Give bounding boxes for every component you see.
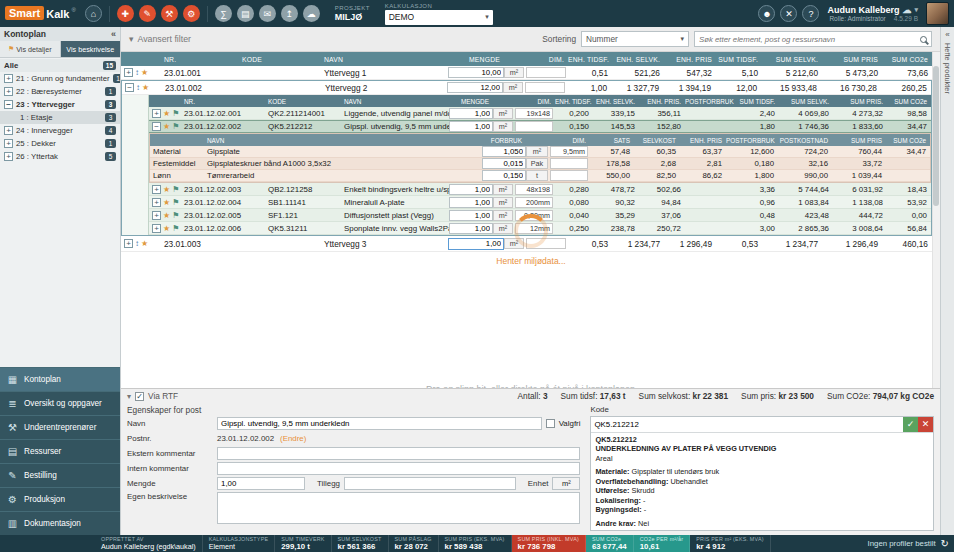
tree-item-alle[interactable]: Alle 15	[0, 59, 120, 72]
kode-description[interactable]: QK5.212212 UNDERKLEDNING AV PLATER PÅ VE…	[591, 433, 933, 530]
dim-box[interactable]	[526, 67, 566, 78]
post-row[interactable]: +★⚑ 23.01.12.02.004 SB1.11141 Mineralull…	[149, 196, 931, 209]
cloud-icon[interactable]: ☁	[303, 5, 320, 22]
mengde-input[interactable]	[449, 184, 493, 195]
edit-icon[interactable]: ✎	[139, 5, 156, 22]
resource-row[interactable]: Material Gipsplate m² 9,5mm 57,48 60,35 …	[150, 146, 930, 158]
mengde-input[interactable]	[449, 121, 493, 132]
resource-row[interactable]: Festemiddel Gipsplateskruer bånd A1000 3…	[150, 158, 930, 170]
sidebar-item-produksjon[interactable]: ⚙Produksjon	[0, 487, 120, 511]
resource-row[interactable]: Lønn Tømrerarbeid t 550,00 82,50 86,62 1…	[150, 170, 930, 182]
dim-box[interactable]: 0,20mm	[515, 210, 553, 221]
dim-box[interactable]: 12mm	[515, 223, 553, 234]
flag-icon[interactable]: ⚑	[172, 109, 179, 118]
vertical-scrollbar[interactable]	[932, 52, 940, 388]
post-row[interactable]: +★⚑ 23.01.12.02.006 QK5.31211 Sponplate …	[149, 222, 931, 235]
tree-item-etasje[interactable]: 1 : Etasje3	[0, 111, 120, 124]
avatar[interactable]	[926, 2, 949, 25]
move-icon[interactable]: ↕	[136, 83, 140, 92]
star-icon[interactable]: ★	[163, 211, 170, 220]
user-block[interactable]: Audun Kalleberg ☁ ▾ Rolle: Administrator…	[827, 5, 918, 23]
via-rtf-checkbox[interactable]: ✓	[135, 392, 144, 401]
forbruk-input[interactable]	[482, 146, 526, 157]
expand-icon[interactable]: +	[124, 239, 133, 248]
ekstern-kommentar-input[interactable]	[217, 447, 580, 460]
dim-box[interactable]: 19x148	[515, 108, 553, 119]
collapse-icon[interactable]: −	[152, 122, 161, 131]
tree-item-24[interactable]: +24 : Innervegger4	[0, 124, 120, 137]
mail-icon[interactable]: ✉	[259, 5, 276, 22]
kode-input[interactable]	[591, 417, 903, 432]
tree-item-26[interactable]: +26 : Yttertak5	[0, 150, 120, 163]
printer-icon[interactable]: ▤	[237, 5, 254, 22]
refresh-icon[interactable]: ↻	[941, 538, 949, 549]
expand-icon[interactable]: +	[4, 74, 13, 83]
search-icon[interactable]	[920, 36, 927, 43]
calculation-select[interactable]: DEMO ▾	[385, 10, 493, 25]
sidebar-item-bestilling[interactable]: ✎Bestilling	[0, 463, 120, 487]
forbruk-input[interactable]	[482, 170, 526, 181]
chevron-down-icon[interactable]: ▾	[127, 392, 131, 401]
dim-box[interactable]: 48x198	[515, 184, 553, 195]
post-row-selected[interactable]: −★⚑ 23.01.12.02.002 QK5.212212 Gipspl. u…	[149, 120, 931, 133]
mengde-input[interactable]	[217, 477, 305, 490]
dim-box[interactable]	[550, 158, 588, 169]
sort-select[interactable]: Nummer ▾	[581, 31, 689, 47]
hefte-produkter-tab[interactable]: Hefte produkter	[943, 43, 952, 94]
expand-icon[interactable]: +	[152, 185, 161, 194]
collapse-icon[interactable]: −	[4, 100, 13, 109]
mengde-input[interactable]	[448, 67, 504, 78]
table-row[interactable]: +↕★ 23.01.001 Yttervegg 1 m² 0,51 521,26…	[121, 66, 932, 80]
export-icon[interactable]: ↥	[281, 5, 298, 22]
post-row[interactable]: +★⚑ 23.01.12.02.003 QB2.121258 Enkelt bi…	[149, 183, 931, 196]
table-row[interactable]: −↕★ 23.01.002 Yttervegg 2 m² 1,00 1 327,…	[122, 81, 931, 95]
table-row[interactable]: +↕★ 23.01.003 Yttervegg 3 m² 0,53 1 234,…	[121, 236, 932, 252]
expand-icon[interactable]: +	[4, 87, 13, 96]
search-input[interactable]	[699, 35, 917, 44]
scrollbar-thumb[interactable]	[933, 66, 939, 206]
collapse-panel-icon[interactable]: «	[945, 30, 949, 39]
intern-kommentar-input[interactable]	[217, 462, 580, 475]
collapse-sidebar-icon[interactable]: «	[111, 29, 116, 39]
tab-vis-beskrivelse[interactable]: Vis beskrivelse	[61, 41, 121, 57]
flag-icon[interactable]: ⚑	[172, 198, 179, 207]
mengde-input[interactable]	[447, 82, 503, 93]
flag-icon[interactable]: ⚑	[172, 185, 179, 194]
star-icon[interactable]: ★	[163, 198, 170, 207]
dim-box[interactable]	[550, 170, 588, 181]
calculator-icon[interactable]: ∑	[215, 5, 232, 22]
confirm-kode-button[interactable]: ✓	[903, 417, 918, 432]
tab-vis-detaljer[interactable]: ⚑ Vis detaljer	[0, 41, 61, 57]
move-icon[interactable]: ↕	[135, 239, 139, 248]
help-icon[interactable]: ?	[802, 5, 819, 22]
sidebar-item-oversikt-og-oppgaver[interactable]: ≣Oversikt og oppgaver	[0, 391, 120, 415]
navn-input[interactable]	[217, 417, 542, 430]
home-icon[interactable]: ⌂	[85, 5, 102, 22]
cancel-kode-button[interactable]: ✕	[918, 417, 933, 432]
cross-icon[interactable]: ✕	[780, 5, 797, 22]
dim-box[interactable]	[526, 238, 566, 249]
settings-icon[interactable]: ⚙	[183, 5, 200, 22]
forbruk-input[interactable]	[482, 158, 526, 169]
star-icon[interactable]: ★	[163, 109, 170, 118]
mengde-input[interactable]	[448, 238, 504, 250]
expand-icon[interactable]: +	[124, 68, 133, 77]
post-row[interactable]: +★⚑ 23.01.12.02.001 QK2.211214001 Liggen…	[149, 107, 931, 120]
user-icon[interactable]: ☻	[758, 5, 775, 22]
expand-icon[interactable]: +	[4, 139, 13, 148]
collapse-icon[interactable]: −	[125, 83, 134, 92]
dim-box[interactable]	[515, 121, 553, 132]
sidebar-item-underentreprenorer[interactable]: ⚒Underentreprenører	[0, 415, 120, 439]
mengde-input[interactable]	[449, 108, 493, 119]
expand-icon[interactable]: +	[152, 109, 161, 118]
tree-item-25[interactable]: +25 : Dekker1	[0, 137, 120, 150]
endre-link[interactable]: (Endre)	[280, 434, 306, 443]
star-icon[interactable]: ★	[163, 122, 170, 131]
tools-icon[interactable]: ⚒	[161, 5, 178, 22]
egen-beskrivelse-textarea[interactable]	[217, 492, 580, 524]
valgfri-checkbox[interactable]	[546, 419, 555, 428]
post-row[interactable]: +★⚑ 23.01.12.02.005 SF1.121 Diffusjonste…	[149, 209, 931, 222]
expand-icon[interactable]: +	[4, 126, 13, 135]
expand-icon[interactable]: +	[152, 198, 161, 207]
flag-icon[interactable]: ⚑	[172, 224, 179, 233]
